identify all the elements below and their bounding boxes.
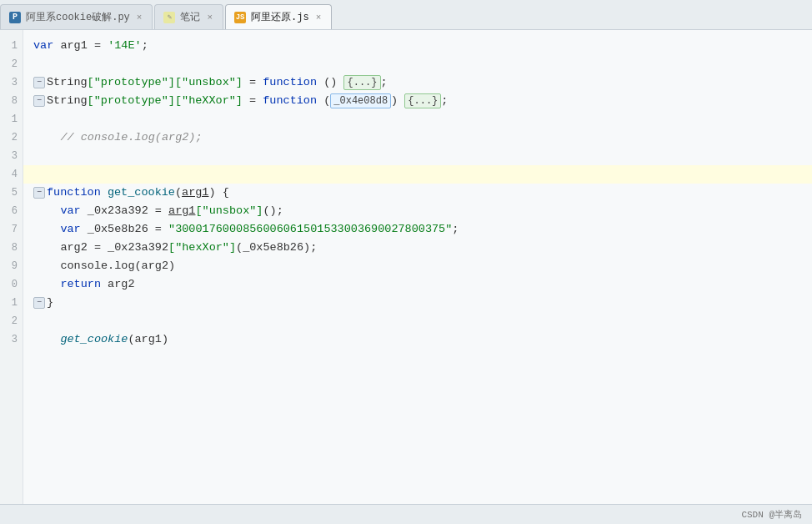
ln-16: 6 bbox=[8, 202, 18, 220]
js-icon: JS bbox=[234, 12, 246, 23]
code-line-3: − String ["prototype"] ["unsbox"] = func… bbox=[23, 73, 812, 92]
ln-12: 2 bbox=[8, 128, 18, 147]
fold-unsbox[interactable]: {...} bbox=[343, 75, 380, 90]
code-area[interactable]: var arg1 = '14E' ; − String ["prototype"… bbox=[23, 30, 812, 504]
ln-18: 8 bbox=[8, 239, 18, 257]
fold-3[interactable]: − bbox=[33, 77, 45, 88]
ln-19: 9 bbox=[8, 257, 18, 275]
str-14e: '14E' bbox=[108, 37, 142, 55]
code-1-rest: arg1 = bbox=[53, 37, 108, 55]
big-string: "300017600085600606150153300369002780 bbox=[168, 220, 419, 239]
fold-hexxor[interactable]: {...} bbox=[404, 93, 441, 108]
call-get-cookie: get_cookie bbox=[60, 330, 128, 349]
kw-function: function bbox=[47, 184, 101, 202]
fold-15[interactable]: − bbox=[33, 187, 45, 199]
ln-22: 2 bbox=[8, 312, 18, 330]
code-line-21: − } bbox=[23, 294, 812, 312]
ln-3: 3 bbox=[8, 73, 18, 92]
ln-14: 4 bbox=[8, 165, 18, 184]
ln-21: 1 bbox=[8, 294, 18, 312]
note-icon: ✎ bbox=[163, 12, 175, 23]
tab-js-close[interactable]: × bbox=[314, 12, 323, 23]
tab-note[interactable]: ✎ 笔记 × bbox=[154, 4, 223, 29]
tab-js-label: 阿里还原.js bbox=[251, 10, 309, 24]
kw-var-1: var bbox=[33, 37, 53, 55]
fold-21[interactable]: − bbox=[33, 297, 45, 309]
code-line-11 bbox=[23, 110, 812, 128]
ln-20: 0 bbox=[8, 275, 18, 294]
code-line-15: − function get_cookie ( arg1 ) { bbox=[23, 184, 812, 202]
fn-name: get_cookie bbox=[108, 184, 175, 202]
code-line-16: var _0x23a392 = arg1 ["unsbox"] (); bbox=[23, 202, 812, 220]
comment-1: // console.log(arg2); bbox=[33, 128, 203, 147]
code-line-22 bbox=[23, 312, 812, 330]
ln-2: 2 bbox=[8, 55, 18, 73]
tab-note-label: 笔记 bbox=[180, 10, 200, 24]
tab-note-close[interactable]: × bbox=[205, 12, 214, 23]
param-hexxor: _0x4e08d8 bbox=[330, 93, 391, 108]
ln-23: 3 bbox=[8, 330, 18, 349]
ln-13: 3 bbox=[8, 147, 18, 165]
ln-8: 8 bbox=[8, 92, 18, 110]
tab-py-label: 阿里系cookie破解.py bbox=[26, 10, 130, 24]
tab-bar: P 阿里系cookie破解.py × ✎ 笔记 × JS 阿里还原.js × bbox=[0, 0, 812, 30]
code-line-20: return arg2 bbox=[23, 275, 812, 294]
ln-17: 7 bbox=[8, 220, 18, 239]
bottom-bar: CSDN @半离岛 bbox=[0, 504, 812, 524]
var-arg1-ref: arg1 bbox=[168, 202, 195, 220]
fold-8[interactable]: − bbox=[33, 95, 45, 107]
tab-py[interactable]: P 阿里系cookie破解.py × bbox=[0, 4, 153, 29]
code-line-1: var arg1 = '14E' ; bbox=[23, 37, 812, 55]
code-line-19: console.log(arg2) bbox=[23, 257, 812, 275]
code-line-17: var _0x5e8b26 = "30001760008560060615015… bbox=[23, 220, 812, 239]
ln-1: 1 bbox=[8, 37, 18, 55]
tab-py-close[interactable]: × bbox=[135, 12, 144, 23]
editor: 1 2 3 8 1 2 3 4 5 6 7 8 9 0 1 2 3 var ar… bbox=[0, 30, 812, 504]
tab-js[interactable]: JS 阿里还原.js × bbox=[225, 4, 332, 29]
ln-11: 1 bbox=[8, 110, 18, 128]
code-line-23: get_cookie (arg1) bbox=[23, 330, 812, 349]
code-line-12: // console.log(arg2); bbox=[23, 128, 812, 147]
credit-text: CSDN @半离岛 bbox=[741, 508, 802, 521]
code-line-18: arg2 = _0x23a392 ["hexXor"] (_0x5e8b26); bbox=[23, 239, 812, 257]
ln-15: 5 bbox=[8, 184, 18, 202]
code-line-13 bbox=[23, 147, 812, 165]
py-icon: P bbox=[9, 12, 21, 23]
line-numbers: 1 2 3 8 1 2 3 4 5 6 7 8 9 0 1 2 3 bbox=[0, 30, 23, 504]
code-line-8: − String ["prototype"] ["heXXor"] = func… bbox=[23, 92, 812, 110]
code-line-2 bbox=[23, 55, 812, 73]
code-line-14 bbox=[23, 165, 812, 184]
param-arg1: arg1 bbox=[182, 184, 208, 202]
